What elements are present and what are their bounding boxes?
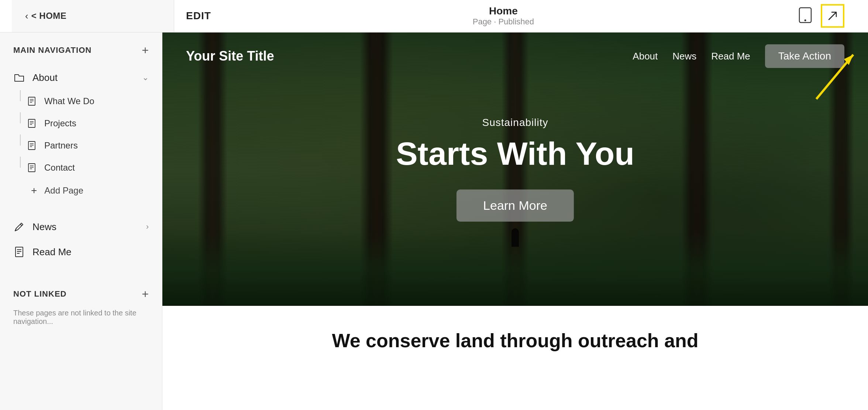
sidebar: MAIN NAVIGATION + About ⌄ bbox=[0, 33, 162, 410]
hero-title: Starts With You bbox=[396, 136, 634, 172]
main-nav-header: MAIN NAVIGATION + bbox=[0, 44, 162, 62]
news-chevron-icon: › bbox=[146, 222, 149, 232]
bottom-content: We conserve land through outreach and bbox=[162, 306, 868, 375]
hero-nav-read-me[interactable]: Read Me bbox=[711, 51, 750, 62]
svg-rect-2 bbox=[28, 97, 35, 105]
sidebar-item-contact[interactable]: Contact bbox=[0, 157, 162, 179]
not-linked-note: These pages are not linked to the site n… bbox=[0, 306, 162, 329]
svg-rect-3 bbox=[28, 119, 35, 127]
hero-nav-links: About News Read Me Take Action bbox=[633, 44, 844, 68]
page-info: Your Site Title Home Page · Published bbox=[473, 5, 534, 27]
page-icon-what-we-do bbox=[27, 96, 37, 106]
edit-pencil-icon bbox=[13, 221, 25, 233]
sidebar-item-read-me[interactable]: Read Me bbox=[0, 239, 162, 264]
page-icon-partners bbox=[27, 140, 37, 151]
site-title: Your Site Title bbox=[186, 48, 274, 64]
take-action-button[interactable]: Take Action bbox=[765, 44, 844, 68]
svg-rect-6 bbox=[16, 247, 23, 257]
hero-nav: Your Site Title About News Read Me Take … bbox=[162, 33, 868, 80]
sidebar-item-partners[interactable]: Partners bbox=[0, 134, 162, 157]
sidebar-item-what-we-do[interactable]: What We Do bbox=[0, 90, 162, 112]
external-link-button[interactable] bbox=[821, 4, 844, 28]
folder-icon bbox=[13, 72, 25, 83]
add-page-button[interactable]: + Add Page bbox=[0, 179, 162, 202]
hero-subtitle: Sustainability bbox=[396, 117, 634, 129]
top-bar-actions bbox=[796, 4, 844, 28]
about-chevron-icon: ⌄ bbox=[142, 73, 149, 82]
hero-nav-news[interactable]: News bbox=[672, 51, 696, 62]
add-not-linked-button[interactable]: + bbox=[142, 288, 149, 300]
back-arrow-icon: ‹ bbox=[25, 10, 28, 22]
svg-point-1 bbox=[805, 20, 806, 21]
sidebar-item-news[interactable]: News › bbox=[0, 214, 162, 239]
learn-more-button[interactable]: Learn More bbox=[457, 189, 574, 222]
mobile-preview-button[interactable] bbox=[796, 4, 815, 28]
page-icon-projects bbox=[27, 118, 37, 129]
top-bar: ‹ < HOME EDIT Your Site Title Home Page … bbox=[0, 0, 868, 33]
page-preview: Your Site Title About News Read Me Take … bbox=[162, 33, 868, 410]
page-icon-read-me bbox=[13, 246, 25, 258]
sidebar-item-about[interactable]: About ⌄ bbox=[0, 65, 162, 90]
mobile-icon bbox=[799, 7, 812, 23]
external-link-icon bbox=[827, 10, 838, 22]
page-icon-contact bbox=[27, 163, 37, 173]
back-home-link[interactable]: ‹ < HOME bbox=[25, 10, 66, 22]
add-nav-item-button[interactable]: + bbox=[142, 44, 149, 56]
sidebar-item-projects[interactable]: Projects bbox=[0, 112, 162, 134]
hero-content: Sustainability Starts With You Learn Mor… bbox=[396, 117, 634, 222]
hero-nav-about[interactable]: About bbox=[633, 51, 658, 62]
svg-rect-4 bbox=[28, 141, 35, 150]
svg-rect-5 bbox=[28, 164, 35, 172]
hero-section: Your Site Title About News Read Me Take … bbox=[162, 33, 868, 306]
not-linked-header: NOT LINKED + bbox=[0, 288, 162, 306]
edit-button[interactable]: EDIT bbox=[186, 10, 211, 22]
